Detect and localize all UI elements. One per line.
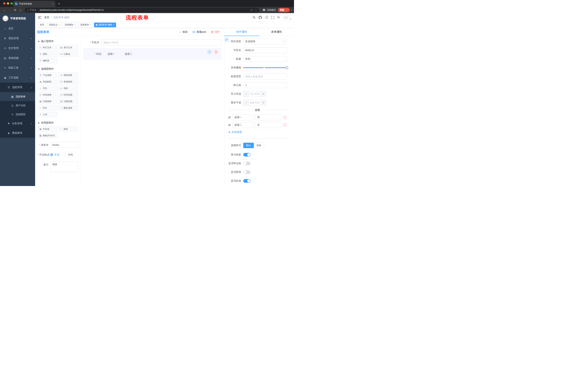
hamburger-icon[interactable]	[38, 16, 41, 19]
link-tag-button[interactable]	[224, 37, 229, 42]
drag-handle-icon[interactable]	[228, 116, 231, 119]
tab-close-icon[interactable]: ×	[52, 2, 53, 5]
new-tab-button[interactable]: +	[58, 2, 60, 5]
drag-handle-icon[interactable]	[228, 124, 231, 127]
reload-icon[interactable]: ⟳	[13, 9, 18, 11]
bookmark-star-icon[interactable]: ☆	[255, 9, 257, 11]
zoom-window-button[interactable]	[10, 2, 13, 5]
max-checked-stepper[interactable]: − 最多可选 +	[243, 100, 266, 106]
max-checked-value[interactable]: 最多可选	[249, 100, 261, 105]
status-off-radio[interactable]: 关闭	[64, 152, 73, 158]
breadcrumb-home[interactable]: 首页	[44, 16, 49, 19]
component-type-select[interactable]	[243, 39, 287, 44]
palette-item-table[interactable]: ▦表格[开发中]	[38, 133, 57, 138]
user-avatar-wrap[interactable]: ▾	[283, 14, 291, 21]
palette-item-time-picker[interactable]: ◴时间选择	[38, 92, 57, 97]
clear-button[interactable]: 清空	[211, 30, 220, 34]
plus-icon[interactable]: +	[261, 100, 266, 105]
browser-update-button[interactable]: 更新 ⋮	[278, 8, 290, 12]
font-size-icon[interactable]: TT	[277, 16, 280, 19]
remove-option-icon[interactable]: −	[284, 116, 287, 119]
slider-track[interactable]	[243, 67, 287, 68]
tab-form-props[interactable]: 表单属性	[259, 28, 294, 36]
browser-tab[interactable]: 芋道管理系统 ×	[13, 1, 55, 7]
github-icon[interactable]	[259, 16, 262, 19]
tag-process-form-edit[interactable]: 流程表单-编辑 ×	[94, 22, 116, 27]
minimize-window-button[interactable]	[7, 2, 9, 5]
palette-item-multi-line-text[interactable]: ▤多行文本	[59, 45, 78, 50]
sidebar-item-process-form[interactable]: ▤ 流程表单	[0, 92, 35, 101]
search-icon[interactable]	[252, 16, 256, 19]
min-checked-value[interactable]: 至少应选	[249, 91, 261, 97]
remove-option-icon[interactable]: −	[284, 123, 287, 127]
palette-item-password[interactable]: ⚲密码	[38, 51, 57, 57]
label-width-input[interactable]	[243, 74, 287, 79]
remark-textarea[interactable]: 嘿嘿	[50, 162, 78, 172]
sidebar-item-user-group[interactable]: ◫ 用户分组	[0, 101, 35, 110]
save-button[interactable]: ✓ 保存	[179, 30, 188, 34]
palette-item-button[interactable]: ☞按钮	[59, 126, 78, 132]
sidebar-item-process-model[interactable]: ✈ 流程模型	[0, 110, 35, 119]
palette-item-color-picker[interactable]: ◑颜色选择	[59, 105, 78, 111]
tag-home[interactable]: 首页	[38, 22, 46, 27]
home-icon[interactable]: ⌂	[18, 9, 23, 11]
option-label-input[interactable]	[232, 115, 254, 120]
close-icon[interactable]: ×	[113, 24, 114, 26]
back-icon[interactable]: ←	[2, 9, 7, 11]
grid-slider[interactable]	[243, 65, 287, 71]
tag-process-model[interactable]: 流程模型 ×	[63, 22, 77, 27]
delete-widget-button[interactable]	[214, 50, 218, 54]
tag-process-form[interactable]: 流程表单 ×	[78, 22, 93, 27]
sidebar-item-process-management[interactable]: ☰ 流程管理 ▴	[0, 83, 35, 92]
field-name-input[interactable]	[243, 47, 287, 53]
form-canvas[interactable]: 手机号	[81, 36, 224, 186]
phone-input[interactable]	[101, 39, 221, 46]
sidebar-item-infrastructure[interactable]: ▤ 基础设施 ▾	[0, 53, 35, 63]
title-input[interactable]	[243, 56, 287, 62]
disabled-switch[interactable]	[243, 170, 251, 174]
help-icon[interactable]: ?	[265, 16, 268, 19]
view-json-button[interactable]: 查看json	[192, 30, 206, 34]
close-icon[interactable]: ×	[74, 24, 75, 26]
security-warning[interactable]: ⚠ 不安全	[27, 9, 37, 12]
sidebar-item-home[interactable]: ⌂ 首页	[0, 24, 35, 33]
add-option-button[interactable]: ⊕ 添加选项	[228, 130, 287, 134]
gender-widget-selected[interactable]: 性别 选项一 选项二	[83, 48, 221, 60]
palette-item-select[interactable]: ⊚下拉选择	[38, 73, 57, 78]
palette-item-radio-group[interactable]: ◉单选框组	[38, 79, 57, 85]
status-on-radio[interactable]: 开启	[50, 152, 59, 158]
palette-item-checkbox-group[interactable]: ☑多选框组	[59, 79, 78, 85]
toolbar-overflow-icon[interactable]: ▾	[291, 9, 292, 11]
tag-process-definition[interactable]: 流程定义 ×	[47, 22, 62, 27]
browser-menu-icon[interactable]: ⋮	[285, 9, 288, 11]
password-key-icon[interactable]	[250, 9, 253, 11]
sidebar-item-payment[interactable]: ¥ 支付管理 ▾	[0, 43, 35, 53]
gender-option-1-checkbox[interactable]: 选项一	[104, 53, 115, 56]
palette-item-slider[interactable]: ⊷滑块	[59, 85, 78, 91]
border-switch[interactable]	[243, 162, 251, 165]
sidebar-item-leave-query[interactable]: ♟ 请假查询	[0, 128, 35, 138]
option-value-input[interactable]	[255, 115, 282, 120]
sidebar-item-system[interactable]: ⚙ 系统管理 ▾	[0, 33, 35, 43]
phone-field-row[interactable]: 手机号	[83, 39, 221, 46]
palette-item-date-picker[interactable]: ▦日期选择	[38, 99, 57, 104]
palette-item-time-range[interactable]: ◷时间范围	[59, 92, 78, 97]
sidebar-item-workflow[interactable]: ▣ 工作流程 ▴	[0, 73, 35, 83]
palette-item-counter[interactable]: 123计数器	[59, 51, 78, 57]
close-window-button[interactable]	[3, 2, 5, 5]
minus-icon[interactable]: −	[243, 91, 249, 97]
plus-icon[interactable]: +	[261, 91, 266, 97]
palette-item-date-range[interactable]: ▥日期范围	[59, 99, 78, 104]
window-controls[interactable]	[3, 2, 13, 5]
palette-item-cascader[interactable]: ⋔级联选择	[59, 73, 78, 78]
option-value-input[interactable]	[255, 122, 282, 128]
style-default-button[interactable]: 默认	[243, 143, 254, 148]
palette-item-switch[interactable]: ◐开关	[38, 85, 57, 91]
palette-item-editor[interactable]: ✎编辑器	[38, 58, 57, 63]
show-label-switch[interactable]	[243, 153, 251, 157]
sidebar-item-devtools[interactable]: ✎ 研发工具 ▾	[0, 63, 35, 73]
palette-item-upload[interactable]: ↥上传	[38, 112, 57, 117]
required-switch[interactable]	[243, 179, 251, 183]
minus-icon[interactable]: −	[243, 100, 249, 105]
option-label-input[interactable]	[232, 122, 254, 128]
